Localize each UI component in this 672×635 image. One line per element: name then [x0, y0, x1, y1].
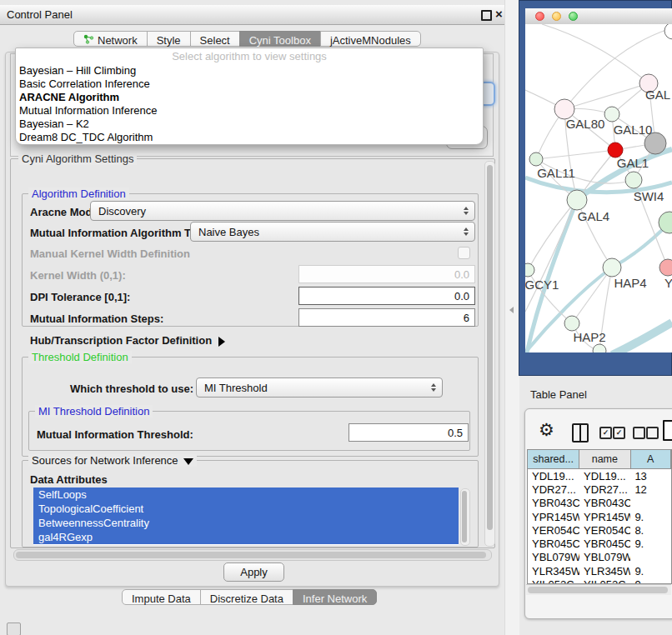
data-attribute-item[interactable]: TopologicalCoefficient [33, 502, 459, 516]
algorithm-option-bayesian-k2[interactable]: Bayesian – K2 [16, 118, 483, 131]
column-header-shared[interactable]: shared... [528, 450, 579, 468]
algorithm-option-dream8-dc-tdc-algorithm[interactable]: Dream8 DC_TDC Algorithm [16, 131, 483, 144]
dropdown-placeholder: Select algorithm to view settings [16, 48, 483, 64]
aracne-mode-value: Discovery [98, 205, 146, 218]
tab-network[interactable]: Network [73, 31, 148, 47]
control-panel-tabbar: NetworkStyleSelectCyni ToolboxjActiveMNo… [73, 31, 421, 49]
table-cell: 9. [630, 538, 671, 550]
dpi-tolerance-field[interactable]: 0.0 [298, 287, 475, 305]
table-row[interactable]: YLR345WYLR345W9. [528, 564, 671, 578]
algorithm-option-mutual-information-inference[interactable]: Mutual Information Inference [16, 104, 483, 118]
which-threshold-value: MI Threshold [204, 382, 268, 394]
network-window-titlebar[interactable] [525, 8, 672, 25]
data-attribute-item[interactable]: gal4RGexp [33, 530, 459, 544]
checked-checkbox-icon[interactable]: ✓ [599, 427, 612, 439]
window-grip-icon[interactable] [7, 622, 21, 635]
algorithm-option-basic-correlation-inference[interactable]: Basic Correlation Inference [16, 78, 483, 91]
data-attribute-item[interactable]: SelfLoops [33, 488, 459, 502]
node-table[interactable]: shared...nameA YDL19...YDL19...13YDR27..… [527, 449, 672, 584]
tab-cyni-toolbox[interactable]: Cyni Toolbox [239, 31, 321, 47]
which-threshold-select[interactable]: MI Threshold [196, 378, 443, 398]
network-node[interactable] [664, 24, 672, 39]
checked-checkbox-icon[interactable]: ✓ [613, 427, 625, 439]
close-icon[interactable]: × [495, 7, 503, 21]
network-node-gal10[interactable] [604, 107, 619, 122]
aracne-mode-select[interactable]: Discovery [90, 201, 475, 221]
which-threshold-label: Which threshold to use: [70, 382, 193, 395]
settings-scrollbar-thumb[interactable] [487, 165, 493, 530]
mi-threshold-field[interactable]: 0.5 [349, 423, 469, 442]
data-attribute-item[interactable]: BetweennessCentrality [33, 516, 459, 530]
network-node-swi4[interactable] [625, 172, 642, 188]
float-window-icon[interactable] [481, 10, 492, 21]
network-node-gcy1[interactable] [525, 263, 534, 277]
table-row[interactable]: YBR045CYBR045C9. [528, 537, 671, 550]
mi-type-select[interactable]: Naive Bayes [190, 222, 475, 242]
panel-splitter[interactable] [504, 0, 519, 635]
gear-icon[interactable]: ⚙ [539, 420, 554, 440]
table-cell: YPR145W [528, 511, 579, 523]
tab-infer-network[interactable]: Infer Network [293, 589, 377, 605]
table-cell: YBL079W [528, 551, 579, 563]
tab-label: jActiveMNodules [330, 34, 411, 47]
tab-select[interactable]: Select [190, 31, 240, 47]
table-row[interactable]: YBR043CYBR043C [528, 497, 671, 510]
split-columns-icon[interactable] [572, 423, 589, 442]
table-cell: YLR345W [579, 565, 630, 578]
zoom-traffic-light-icon[interactable] [569, 12, 578, 21]
tab-discretize-data[interactable]: Discretize Data [200, 589, 293, 605]
hub-definition-expander[interactable]: Hub/Transcription Factor Definition [30, 334, 225, 347]
network-node-gal11[interactable] [529, 152, 543, 166]
table-cell: 12 [630, 483, 671, 496]
column-header-name[interactable]: name [579, 450, 630, 468]
sources-group-title[interactable]: Sources for Network Inference [28, 454, 197, 467]
table-row[interactable]: YDR27...YDR27...12 [528, 482, 671, 496]
settings-scrollbar[interactable] [484, 161, 495, 547]
spinner-icon [431, 383, 436, 392]
attributes-scrollbar[interactable] [460, 488, 470, 546]
table-row[interactable]: YBL079WYBL079W [528, 551, 671, 564]
minimize-traffic-light-icon[interactable] [552, 12, 561, 21]
table-row[interactable]: YDL19...YDL19...13 [528, 469, 671, 482]
close-traffic-light-icon[interactable] [535, 12, 544, 21]
mi-steps-field[interactable]: 6 [298, 308, 475, 327]
table-hscrollbar-thumb[interactable] [528, 587, 668, 593]
mi-type-label: Mutual Information Algorithm Type: [30, 227, 213, 239]
algorithm-option-bayesian-hill-climbing[interactable]: Bayesian – Hill Climbing [16, 64, 483, 78]
table-row[interactable]: YER054CYER054C8. [528, 523, 671, 537]
threshold-definition-title: Threshold Definition [28, 351, 132, 363]
apply-button[interactable]: Apply [223, 562, 284, 582]
network-node-hap4[interactable] [603, 258, 621, 277]
tab-jactivemnodules[interactable]: jActiveMNodules [320, 31, 421, 47]
table-row[interactable]: YPR145WYPR145W9. [528, 510, 671, 523]
tab-impute-data[interactable]: Impute Data [122, 589, 201, 605]
network-canvas[interactable]: GALGAL80GAL10GAL1GAL11SWI4GAL4GCY1HAP4YH… [525, 24, 672, 352]
mi-steps-label: Mutual Information Steps: [30, 312, 163, 325]
settings-hscrollbar[interactable] [13, 549, 492, 561]
document-icon[interactable] [663, 420, 672, 441]
unchecked-checkbox-icon[interactable] [633, 427, 645, 439]
node-label: HAP4 [614, 276, 646, 290]
network-node[interactable] [593, 344, 606, 352]
table-cell: 8. [630, 524, 671, 537]
table-row[interactable]: YIL052CYIL052C9 [528, 578, 671, 584]
mi-threshold-group-title: MI Threshold Definition [35, 405, 153, 418]
spinner-icon [464, 228, 469, 236]
settings-hscrollbar-thumb[interactable] [16, 552, 486, 558]
column-header-a[interactable]: A [631, 450, 671, 468]
dpi-tolerance-label: DPI Tolerance [0,1]: [30, 291, 130, 303]
tab-style[interactable]: Style [147, 31, 191, 47]
node-label: GAL [645, 88, 670, 102]
table-panel-title: Table Panel [530, 388, 587, 401]
network-node-hap2[interactable] [564, 316, 579, 331]
algorithm-option-aracne-algorithm[interactable]: ARACNE Algorithm [16, 91, 483, 104]
table-header-row: shared...nameA [528, 450, 671, 469]
network-icon [83, 34, 94, 47]
tab-label: Infer Network [303, 592, 367, 605]
attributes-scrollbar-thumb[interactable] [462, 491, 467, 542]
network-node-gal4[interactable] [567, 190, 587, 210]
unchecked-checkbox-icon[interactable] [646, 427, 659, 439]
kernel-width-field[interactable]: 0.0 [298, 265, 475, 283]
network-node-y[interactable] [659, 259, 672, 276]
manual-kernel-checkbox[interactable] [458, 247, 470, 259]
